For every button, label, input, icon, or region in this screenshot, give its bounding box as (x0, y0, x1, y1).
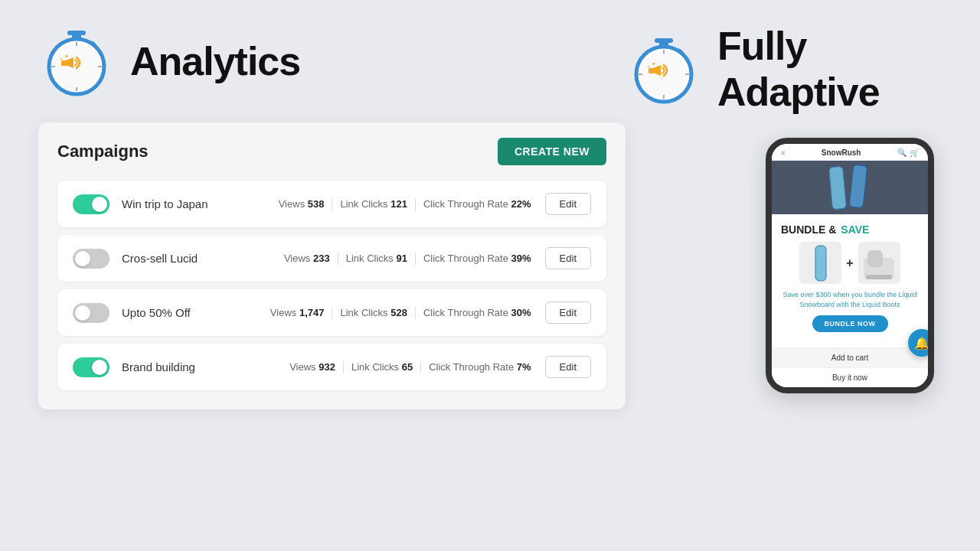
svg-text:✦: ✦ (60, 57, 63, 61)
link-clicks-stat-4: Link Clicks 65 (351, 361, 413, 373)
campaign-stats-4: Views 932 Link Clicks 65 Click Through R… (234, 356, 591, 378)
views-stat-2: Views 233 (284, 253, 330, 264)
link-clicks-stat-1: Link Clicks 121 (340, 198, 407, 210)
analytics-title: Analytics (130, 38, 300, 84)
bundle-header: BUNDLE & SAVE (781, 223, 919, 236)
svg-rect-33 (867, 250, 883, 267)
campaigns-title: Campaigns (57, 142, 149, 161)
divider (415, 253, 416, 265)
table-row: Upto 50% Off Views 1,747 Link Clicks 528… (57, 289, 606, 336)
campaign-name-2: Cros-sell Lucid (122, 252, 221, 265)
svg-text:✦: ✦ (647, 64, 650, 69)
campaign-toggle-3[interactable] (73, 303, 109, 323)
analytics-header: ✦ ✦ Analytics (38, 23, 626, 99)
campaign-toggle-2[interactable] (73, 249, 109, 269)
boots-product-img (858, 242, 900, 284)
ctr-stat-4: Click Through Rate 7% (429, 361, 531, 373)
product-banner (772, 161, 928, 214)
search-icon: 🔍 (897, 148, 906, 157)
bundle-description: Save over $300 when you bundle the Liqui… (781, 290, 919, 309)
plus-icon: + (846, 256, 853, 270)
campaigns-list: Win trip to Japan Views 538 Link Clicks … (57, 181, 606, 390)
adaptive-title: Fully Adaptive (717, 23, 942, 115)
store-name: SnowRush (822, 148, 861, 157)
campaign-name-3: Upto 50% Off (122, 306, 221, 319)
link-clicks-stat-3: Link Clicks 528 (340, 307, 407, 318)
svg-rect-30 (815, 246, 826, 281)
svg-point-14 (641, 51, 687, 97)
divider (332, 307, 332, 319)
divider (343, 361, 344, 373)
svg-point-1 (54, 44, 100, 90)
bundle-card: BUNDLE & SAVE + (772, 214, 928, 347)
ctr-stat-3: Click Through Rate 30% (423, 307, 531, 318)
svg-rect-28 (849, 165, 867, 208)
svg-rect-10 (61, 60, 67, 66)
divider (420, 361, 421, 373)
svg-rect-26 (829, 166, 847, 209)
divider (332, 198, 332, 210)
bundle-products: + (781, 242, 919, 284)
add-to-cart-button[interactable]: Add to cart (772, 348, 928, 368)
campaign-stats-2: Views 233 Link Clicks 91 Click Through R… (234, 247, 591, 269)
edit-button-2[interactable]: Edit (545, 247, 591, 269)
table-row: Win trip to Japan Views 538 Link Clicks … (57, 181, 606, 227)
phone-frame: ≡ SnowRush 🔍 🛒 (766, 138, 934, 393)
table-row: Brand building Views 932 Link Clicks 65 … (57, 344, 606, 390)
snowboard-product-img (799, 242, 841, 284)
edit-button-4[interactable]: Edit (545, 356, 591, 378)
cart-icon: 🛒 (910, 148, 919, 157)
campaign-stats-1: Views 538 Link Clicks 121 Click Through … (234, 193, 591, 215)
divider (338, 253, 338, 265)
svg-text:✦: ✦ (652, 61, 656, 67)
statusbar-icons: 🔍 🛒 (897, 148, 919, 157)
divider (415, 307, 416, 319)
right-section: ✦ ✦ Fully Adaptive ≡ SnowRush 🔍 🛒 (626, 23, 942, 393)
campaign-name-1: Win trip to Japan (122, 197, 221, 210)
phone-footer: Add to cart Buy it now (772, 347, 928, 387)
campaigns-header: Campaigns CREATE NEW (57, 138, 606, 165)
stopwatch-icon: ✦ ✦ (38, 23, 115, 99)
phone-wrapper: ≡ SnowRush 🔍 🛒 (766, 138, 934, 393)
snowboard-image (827, 163, 873, 213)
campaign-name-4: Brand building (122, 360, 221, 373)
phone-statusbar: ≡ SnowRush 🔍 🛒 (772, 144, 928, 161)
svg-text:✦: ✦ (64, 54, 69, 59)
campaigns-panel: Campaigns CREATE NEW Win trip to Japan V… (38, 122, 626, 409)
hamburger-icon: ≡ (781, 149, 785, 157)
views-stat-3: Views 1,747 (270, 307, 325, 318)
link-clicks-stat-2: Link Clicks 91 (346, 253, 407, 264)
svg-rect-23 (648, 68, 654, 73)
left-section: ✦ ✦ Analytics Campaigns CREATE NEW Win t… (38, 23, 626, 409)
divider (415, 198, 416, 210)
ctr-stat-1: Click Through Rate 22% (423, 198, 531, 210)
edit-button-1[interactable]: Edit (545, 193, 591, 215)
create-new-button[interactable]: CREATE NEW (498, 138, 606, 165)
campaign-toggle-4[interactable] (73, 357, 109, 377)
ctr-stat-2: Click Through Rate 39% (423, 253, 531, 264)
bundle-text: BUNDLE & (781, 223, 836, 236)
notification-bell[interactable]: 🔔 (908, 329, 934, 357)
table-row: Cros-sell Lucid Views 233 Link Clicks 91… (57, 235, 606, 282)
campaign-stats-3: Views 1,747 Link Clicks 528 Click Throug… (234, 302, 591, 324)
stopwatch-icon-right: ✦ ✦ (626, 31, 702, 107)
views-stat-1: Views 538 (279, 198, 325, 210)
save-text: SAVE (841, 223, 869, 236)
svg-rect-34 (866, 275, 892, 279)
campaign-toggle-1[interactable] (73, 194, 109, 214)
bundle-now-button[interactable]: BUNDLE NOW (812, 315, 888, 332)
svg-rect-3 (67, 31, 86, 35)
buy-it-now-button[interactable]: Buy it now (772, 368, 928, 387)
svg-rect-16 (655, 38, 673, 43)
bell-icon: 🔔 (914, 336, 929, 350)
edit-button-3[interactable]: Edit (545, 302, 591, 324)
views-stat-4: Views 932 (289, 361, 335, 373)
adaptive-header: ✦ ✦ Fully Adaptive (626, 23, 942, 115)
